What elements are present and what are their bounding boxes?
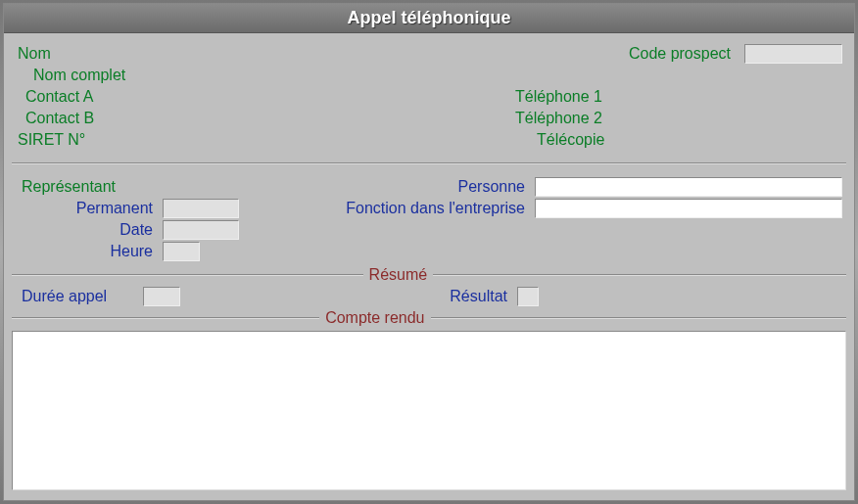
window-title: Appel téléphonique — [347, 8, 510, 28]
mid-section: Représentant Personne Permanent Fonction… — [12, 172, 846, 266]
duree-appel-input[interactable] — [143, 287, 180, 306]
label-contact-b: Contact B — [16, 110, 270, 127]
label-nom: Nom — [16, 45, 74, 63]
date-input[interactable] — [163, 220, 239, 240]
label-duree-appel: Durée appel — [16, 288, 143, 305]
label-permanent: Permanent — [16, 200, 163, 217]
label-telephone1: Téléphone 1 — [515, 88, 633, 106]
label-code-prospect: Code prospect — [607, 45, 744, 63]
label-telephone2: Téléphone 2 — [515, 110, 633, 127]
divider-compte-rendu: Compte rendu — [12, 309, 846, 327]
fonction-input[interactable] — [535, 199, 842, 218]
compte-rendu-textarea[interactable] — [12, 331, 846, 490]
personne-input[interactable] — [535, 177, 842, 197]
divider-resume: Résumé — [12, 266, 846, 284]
resultat-input[interactable] — [517, 287, 539, 306]
permanent-input[interactable] — [163, 199, 239, 218]
window: Appel téléphonique Nom Code prospect Nom… — [3, 3, 855, 501]
label-personne: Personne — [261, 178, 535, 196]
resume-section: Durée appel Résultat — [12, 284, 846, 309]
label-siret: SIRET N° — [16, 131, 270, 149]
header-section: Nom Code prospect Nom complet Contact A … — [12, 39, 846, 155]
label-fonction: Fonction dans l'entreprise — [261, 200, 535, 217]
label-resultat: Résultat — [419, 288, 517, 305]
label-representant: Représentant — [16, 178, 163, 196]
legend-resume: Résumé — [363, 266, 434, 284]
label-telecopie: Télécopie — [515, 131, 633, 149]
label-nom-complet: Nom complet — [16, 67, 125, 84]
heure-input[interactable] — [163, 242, 200, 261]
label-date: Date — [16, 221, 163, 239]
code-prospect-input[interactable] — [744, 44, 842, 64]
label-contact-a: Contact A — [16, 88, 270, 106]
form-body: Nom Code prospect Nom complet Contact A … — [4, 33, 854, 500]
divider-1 — [12, 155, 846, 172]
label-heure: Heure — [16, 243, 163, 260]
legend-compte-rendu: Compte rendu — [319, 309, 430, 327]
titlebar: Appel téléphonique — [4, 4, 854, 33]
